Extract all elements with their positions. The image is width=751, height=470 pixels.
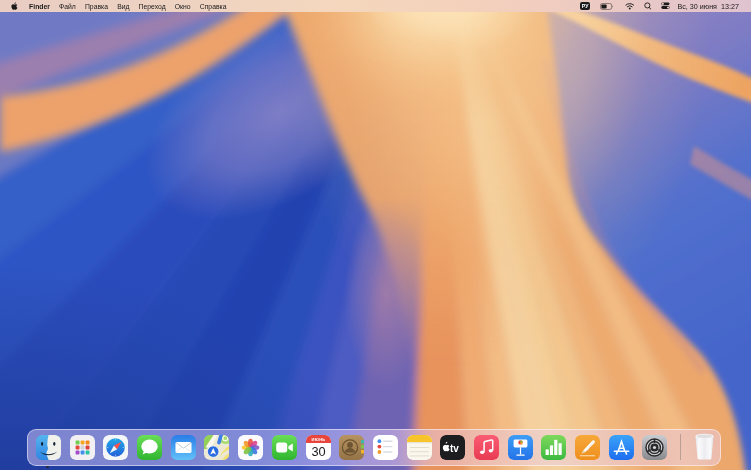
svg-text:30: 30: [311, 443, 325, 458]
svg-text:ИЮНЬ: ИЮНЬ: [311, 437, 325, 442]
svg-text:tv: tv: [450, 442, 459, 453]
